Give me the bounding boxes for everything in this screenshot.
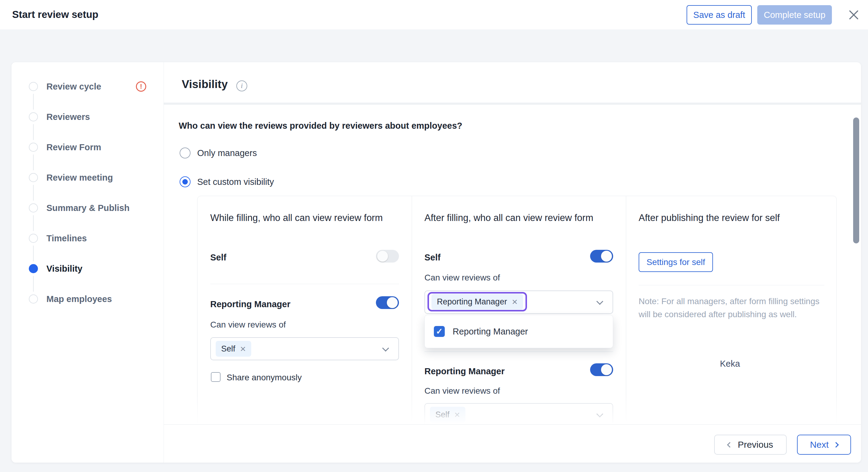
sidebar-item-review-cycle[interactable]: Review cycle ! xyxy=(11,87,164,105)
scrollbar-thumb[interactable] xyxy=(853,117,859,243)
dropdown-option-reporting-manager[interactable]: ✓ Reporting Manager xyxy=(434,326,528,337)
step-circle-icon xyxy=(29,82,38,91)
step-circle-icon xyxy=(29,203,38,212)
top-header: Start review setup Save as draft Complet… xyxy=(0,0,868,29)
sidebar-item-review-meeting[interactable]: Review meeting xyxy=(11,178,164,196)
chevron-right-icon xyxy=(833,442,839,447)
can-view-multiselect-2[interactable]: Self × xyxy=(425,403,613,426)
sidebar-item-label: Timelines xyxy=(46,233,87,244)
while-filling-title: While filling, who all can view review f… xyxy=(210,212,383,224)
chevron-down-icon xyxy=(596,298,603,305)
self-label: Self xyxy=(210,253,226,263)
dropdown-option-label: Reporting Manager xyxy=(453,327,528,336)
visibility-settings-panel: While filling, who all can view review f… xyxy=(197,196,837,448)
sidebar-item-label: Visibility xyxy=(46,263,83,274)
share-anonymously-checkbox[interactable] xyxy=(211,372,221,382)
after-filling-title: After filling, who all can view review f… xyxy=(425,212,593,224)
share-anonymously-label: Share anonymously xyxy=(227,373,302,382)
column-divider xyxy=(626,196,626,448)
step-connector xyxy=(33,94,34,110)
save-as-draft-button[interactable]: Save as draft xyxy=(687,5,752,25)
steps-sidebar: Review cycle ! Reviewers Review Form Rev… xyxy=(11,62,164,463)
wizard-footer: Previous Next xyxy=(164,424,861,463)
chevron-down-icon xyxy=(596,411,603,418)
complete-setup-button[interactable]: Complete setup xyxy=(757,5,832,25)
step-circle-icon xyxy=(29,294,38,303)
row-divider xyxy=(639,285,824,285)
error-alert-icon: ! xyxy=(136,81,146,92)
self-label-2: Self xyxy=(425,253,440,263)
selected-chip: Self × xyxy=(216,341,251,357)
sidebar-item-visibility[interactable]: Visibility xyxy=(11,269,164,287)
note-text: Note: For all managers, after form filli… xyxy=(639,295,833,321)
sidebar-item-label: Review meeting xyxy=(46,172,113,183)
remove-chip-icon[interactable]: × xyxy=(455,410,460,419)
step-connector xyxy=(33,154,34,170)
chip-label: Self xyxy=(435,410,450,419)
page-title: Start review setup xyxy=(12,9,98,20)
checked-checkbox-icon: ✓ xyxy=(434,326,445,337)
setup-mode-bar: Advanced setup Switch to quick setup xyxy=(0,29,868,62)
sidebar-item-label: Review Form xyxy=(46,142,101,153)
sidebar-item-label: Summary & Publish xyxy=(46,202,129,214)
sidebar-item-map-employees[interactable]: Map employees xyxy=(11,299,164,317)
info-icon[interactable]: i xyxy=(236,81,247,91)
chip-label: Reporting Manager xyxy=(437,297,507,306)
visibility-question: Who can view the reviews provided by rev… xyxy=(179,121,462,131)
sidebar-item-review-form[interactable]: Review Form xyxy=(11,147,164,166)
sidebar-item-timelines[interactable]: Timelines xyxy=(11,238,164,257)
can-view-reviews-of-label-3: Can view reviews of xyxy=(425,386,500,396)
section-title: Visibility xyxy=(182,78,228,91)
self-toggle-on[interactable] xyxy=(590,250,613,263)
remove-chip-icon[interactable]: × xyxy=(512,297,518,306)
toggle-knob xyxy=(387,297,398,308)
step-connector xyxy=(33,124,34,140)
chevron-left-icon xyxy=(727,442,733,447)
self-toggle-off[interactable] xyxy=(376,250,399,263)
section-divider xyxy=(164,102,861,105)
step-connector xyxy=(33,185,34,201)
radio-selected-icon xyxy=(180,176,190,187)
sidebar-item-reviewers[interactable]: Reviewers xyxy=(11,117,164,135)
step-connector xyxy=(33,215,34,231)
step-circle-active-icon xyxy=(29,264,38,273)
settings-for-self-button[interactable]: Settings for self xyxy=(639,252,713,272)
sidebar-item-label: Review cycle xyxy=(46,81,101,92)
can-view-reviews-of-label-2: Can view reviews of xyxy=(425,273,500,283)
radio-set-custom-visibility[interactable]: Set custom visibility xyxy=(180,176,274,188)
previous-label: Previous xyxy=(738,440,773,450)
radio-label: Only managers xyxy=(197,148,257,158)
step-circle-icon xyxy=(29,112,38,121)
close-icon[interactable] xyxy=(848,9,859,20)
brand-watermark: Keka xyxy=(720,359,740,369)
chevron-down-icon xyxy=(382,345,389,352)
radio-only-managers[interactable]: Only managers xyxy=(180,147,257,159)
toggle-knob xyxy=(601,251,612,262)
reporting-manager-toggle-on[interactable] xyxy=(376,296,399,309)
can-view-dropdown: ✓ Reporting Manager xyxy=(425,315,613,348)
reporting-manager-label: Reporting Manager xyxy=(210,299,290,309)
reporting-manager-label-2: Reporting Manager xyxy=(425,366,504,376)
sidebar-item-label: Reviewers xyxy=(46,111,90,123)
reporting-manager-toggle-on-2[interactable] xyxy=(590,363,613,376)
chip-label: Self xyxy=(221,344,236,354)
next-label: Next xyxy=(810,440,829,450)
step-connector xyxy=(33,245,34,261)
step-circle-icon xyxy=(29,234,38,243)
can-view-reviews-of-label: Can view reviews of xyxy=(210,320,286,330)
sidebar-item-label: Map employees xyxy=(46,293,112,305)
scrollbar-track[interactable] xyxy=(852,105,860,424)
next-button[interactable]: Next xyxy=(797,435,851,455)
can-view-multiselect-focused[interactable]: Reporting Manager × xyxy=(425,291,613,314)
selected-chip-focused: Reporting Manager × xyxy=(431,294,523,309)
remove-chip-icon[interactable]: × xyxy=(240,344,246,354)
toggle-knob xyxy=(601,364,612,375)
row-divider xyxy=(210,284,399,284)
can-view-multiselect[interactable]: Self × xyxy=(210,337,399,360)
previous-button[interactable]: Previous xyxy=(714,435,787,455)
focus-ring: Reporting Manager × xyxy=(428,292,527,312)
step-circle-icon xyxy=(29,173,38,182)
after-publishing-title: After publishing the review for self xyxy=(639,212,780,224)
sidebar-item-summary-publish[interactable]: Summary & Publish xyxy=(11,208,164,226)
setup-card: Review cycle ! Reviewers Review Form Rev… xyxy=(11,62,861,463)
